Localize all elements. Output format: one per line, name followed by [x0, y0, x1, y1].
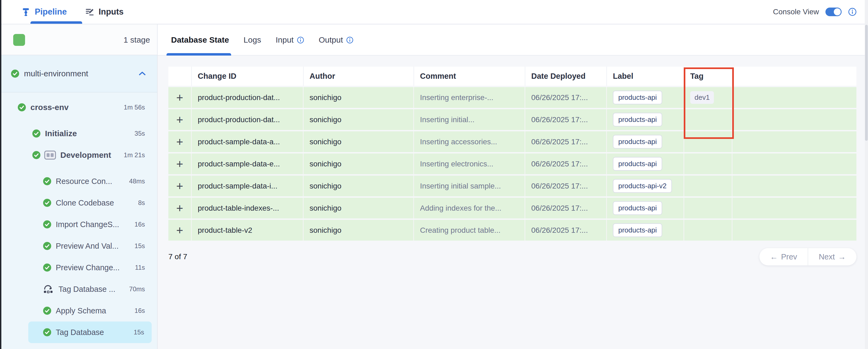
step-duration: 48ms — [129, 177, 145, 185]
step-duration: 1m 56s — [124, 104, 145, 111]
tab-inputs-label: Inputs — [99, 7, 124, 17]
comment: Inserting electronics... — [420, 160, 493, 168]
step-cross-env[interactable]: cross-env 1m 56s — [1, 96, 157, 118]
change-id: product-production-dat... — [198, 115, 280, 124]
window-left-edge — [0, 0, 1, 349]
sidebar-main-divider — [157, 0, 158, 349]
active-tab-underline — [30, 21, 82, 24]
step-tag-database-group[interactable]: Tag Database ... 70ms — [1, 278, 157, 300]
stage-count: 1 stage — [124, 35, 150, 45]
console-view-label: Console View — [773, 7, 819, 16]
expand-row-button[interactable]: + — [176, 114, 183, 126]
date-deployed: 06/26/2025 17:... — [531, 138, 588, 146]
tab-pipeline-label: Pipeline — [35, 7, 67, 17]
success-check-icon — [43, 242, 51, 250]
step-tag-database-selected[interactable]: Tag Database 15s — [28, 321, 152, 343]
step-duration: 15s — [134, 242, 145, 250]
tab-output[interactable]: Output — [318, 35, 354, 45]
step-label: Development — [60, 150, 111, 160]
next-label: Next — [819, 253, 835, 261]
label-badge: products-api — [613, 113, 662, 126]
console-view-toggle[interactable] — [826, 7, 842, 16]
tab-inputs[interactable]: Inputs — [82, 0, 127, 24]
step-label: Preview And Val... — [56, 242, 119, 251]
info-icon[interactable] — [346, 36, 353, 44]
step-resource-constraint[interactable]: Resource Con... 48ms — [1, 171, 157, 192]
table-row[interactable]: + product-sample-data-a... sonichigo Ins… — [168, 132, 857, 152]
table-row[interactable]: + product-production-dat... sonichigo In… — [168, 87, 857, 108]
step-tree: cross-env 1m 56s Initialize 35s Developm… — [1, 92, 157, 343]
tab-pipeline[interactable]: Pipeline — [18, 0, 70, 24]
tab-output-label: Output — [319, 35, 343, 45]
change-id: product-table-indexes-... — [198, 204, 279, 212]
step-duration: 8s — [138, 199, 145, 207]
next-page-button[interactable]: Next → — [808, 248, 857, 265]
table-row[interactable]: + product-production-dat... sonichigo In… — [168, 109, 857, 130]
matrix-stage-icon — [44, 150, 56, 160]
step-clone-codebase[interactable]: Clone Codebase 8s — [1, 192, 157, 213]
column-header-change-id: Change ID — [192, 67, 304, 86]
label-badge: products-api — [613, 91, 662, 105]
stage-name: multi-environment — [24, 69, 88, 78]
column-header-date-deployed: Date Deployed — [525, 67, 607, 86]
success-check-icon — [32, 129, 40, 138]
scrollbar-thumb[interactable] — [865, 25, 868, 141]
info-icon[interactable] — [848, 7, 857, 16]
step-label: Tag Database — [56, 328, 104, 337]
step-apply-schema[interactable]: Apply Schema 16s — [1, 300, 157, 321]
inputs-icon — [85, 7, 94, 17]
column-header-label: Label — [607, 67, 684, 86]
top-bar: Pipeline Inputs Console View — [1, 0, 865, 24]
vertical-scrollbar[interactable] — [865, 0, 868, 349]
stage-row-multi-environment[interactable]: multi-environment — [1, 55, 157, 92]
pagination-summary: 7 of 7 — [168, 253, 187, 261]
label-badge: products-api — [613, 135, 662, 149]
step-import-changesets[interactable]: Import ChangeS... 16s — [1, 213, 157, 235]
table-row[interactable]: + product-table-indexes-... sonichigo Ad… — [168, 198, 857, 219]
step-preview-and-validate[interactable]: Preview And Val... 15s — [1, 235, 157, 257]
expand-row-button[interactable]: + — [176, 92, 183, 104]
step-preview-changes[interactable]: Preview Change... 11s — [1, 257, 157, 278]
step-label: Preview Change... — [56, 263, 120, 272]
stage-header: 1 stage — [1, 25, 157, 55]
step-initialize[interactable]: Initialize 35s — [1, 123, 157, 144]
author: sonichigo — [310, 93, 341, 102]
tab-input[interactable]: Input — [275, 35, 305, 45]
label-badge: products-api — [613, 223, 662, 237]
table-footer: 7 of 7 ← Prev Next → — [168, 248, 857, 265]
success-check-icon — [43, 307, 51, 315]
change-id: product-sample-data-e... — [198, 160, 280, 168]
stage-status-square — [13, 34, 25, 46]
expand-row-button[interactable]: + — [176, 202, 183, 214]
table-row[interactable]: + product-sample-data-e... sonichigo Ins… — [168, 153, 857, 174]
info-icon[interactable] — [297, 36, 304, 44]
chevron-up-icon[interactable] — [138, 70, 147, 77]
author: sonichigo — [310, 204, 341, 212]
comment: Inserting initial sample... — [420, 182, 501, 191]
success-check-icon — [43, 199, 51, 207]
expand-row-button[interactable]: + — [176, 158, 183, 170]
prev-label: Prev — [781, 253, 797, 261]
date-deployed: 06/26/2025 17:... — [531, 204, 588, 212]
step-development[interactable]: Development 1m 21s — [1, 144, 157, 166]
tab-logs-label: Logs — [244, 35, 261, 45]
step-duration: 16s — [134, 307, 145, 315]
prev-page-button[interactable]: ← Prev — [760, 248, 808, 265]
expand-row-button[interactable]: + — [176, 180, 183, 192]
expand-column-header — [168, 67, 192, 86]
step-duration: 15s — [134, 328, 144, 336]
author: sonichigo — [310, 138, 341, 146]
comment: Inserting accessories... — [420, 138, 497, 146]
date-deployed: 06/26/2025 17:... — [531, 160, 588, 168]
pipeline-icon — [21, 7, 30, 17]
date-deployed: 06/26/2025 17:... — [531, 226, 588, 235]
date-deployed: 06/26/2025 17:... — [531, 182, 588, 191]
label-badge: products-api — [613, 201, 662, 215]
expand-row-button[interactable]: + — [176, 224, 183, 236]
tab-database-state[interactable]: Database State — [170, 35, 229, 45]
expand-row-button[interactable]: + — [176, 136, 183, 148]
table-row[interactable]: + product-sample-data-i... sonichigo Ins… — [168, 176, 857, 196]
database-state-content: Change ID Author Comment Date Deployed L… — [158, 56, 865, 265]
table-row[interactable]: + product-table-v2 sonichigo Creating pr… — [168, 220, 857, 240]
tab-logs[interactable]: Logs — [243, 35, 261, 45]
